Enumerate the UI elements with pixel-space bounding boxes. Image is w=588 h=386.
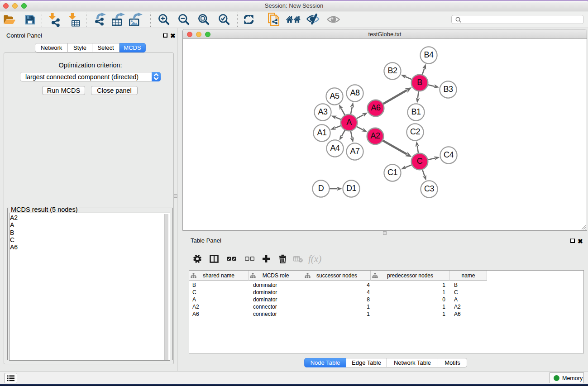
svg-text:A6: A6 [371,103,381,112]
svg-text:A4: A4 [330,143,340,152]
svg-text:A8: A8 [350,88,360,97]
svg-text:D: D [318,184,324,193]
svg-text:A2: A2 [370,131,380,140]
svg-text:C4: C4 [444,150,454,159]
svg-text:C2: C2 [410,127,421,136]
svg-text:B4: B4 [424,50,434,59]
svg-text:C: C [417,157,423,166]
svg-text:A5: A5 [330,91,339,100]
svg-text:B1: B1 [411,107,421,116]
svg-text:B3: B3 [443,85,453,94]
svg-text:A1: A1 [317,128,327,137]
svg-text:A: A [346,118,352,127]
svg-text:D1: D1 [346,184,357,193]
svg-text:C1: C1 [387,168,398,177]
svg-text:A3: A3 [318,107,328,116]
svg-text:A7: A7 [350,147,360,156]
svg-text:C3: C3 [424,184,435,193]
svg-text:B: B [417,78,422,87]
svg-text:B2: B2 [387,66,397,75]
